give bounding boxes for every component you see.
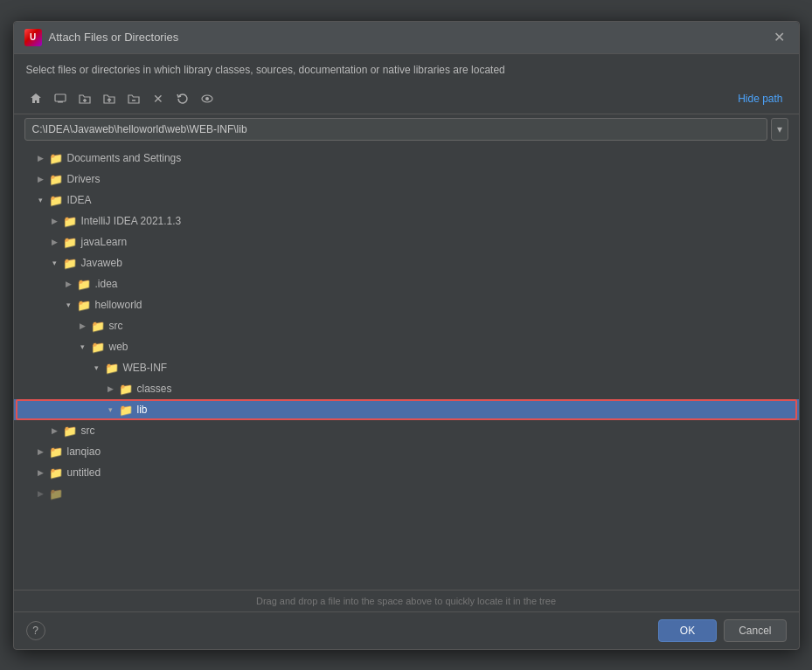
item-label: classes: [137, 383, 172, 395]
tree-container: ▶ 📁 Documents and Settings ▶ 📁 Drivers ▾…: [14, 144, 799, 589]
folder-up-button[interactable]: [98, 87, 121, 110]
toolbar: ✕ Hide path: [14, 84, 799, 114]
item-label: lanqiao: [67, 446, 101, 458]
svg-rect-0: [55, 94, 66, 101]
dialog-title: Attach Files or Directories: [49, 31, 179, 44]
folder-icon: 📁: [49, 194, 63, 207]
item-label: .idea: [95, 278, 118, 290]
folder-icon: 📁: [105, 362, 119, 375]
new-folder-button[interactable]: [73, 87, 96, 110]
expand-arrow: ▶: [63, 280, 75, 288]
app-icon: U: [24, 29, 42, 46]
tree-item[interactable]: ▾ 📁 web: [14, 336, 799, 357]
folder-icon: 📁: [119, 383, 133, 396]
tree-item-lib[interactable]: ▾ 📁 lib: [14, 399, 799, 420]
expand-arrow: ▾: [105, 405, 117, 414]
expand-arrow: ▶: [35, 447, 47, 456]
item-label: lib: [137, 404, 148, 416]
folder-icon: 📁: [63, 257, 77, 270]
item-label: javaLearn: [81, 236, 128, 248]
expand-arrow: ▶: [35, 489, 47, 498]
description-text: Select files or directories in which lib…: [14, 54, 799, 85]
item-label: untitled: [67, 466, 101, 479]
folder-icon: 📁: [49, 173, 63, 186]
expand-arrow: ▾: [63, 300, 75, 309]
item-label: web: [109, 341, 128, 353]
selected-row-wrapper: ▾ 📁 lib: [14, 399, 799, 420]
tree-item[interactable]: ▶ 📁 src: [14, 315, 799, 336]
tree-item[interactable]: ▶ 📁 .idea: [14, 273, 799, 294]
tree-item[interactable]: ▶ 📁 lanqiao: [14, 441, 799, 462]
item-label: src: [109, 320, 123, 332]
path-dropdown-button[interactable]: ▾: [771, 118, 788, 141]
tree-item[interactable]: ▾ 📁 IDEA: [14, 190, 799, 211]
path-input[interactable]: [24, 118, 767, 141]
item-label: Documents and Settings: [67, 152, 182, 164]
expand-arrow: ▶: [49, 426, 61, 435]
hide-path-button[interactable]: Hide path: [732, 89, 788, 108]
expand-arrow: ▶: [77, 321, 89, 330]
expand-arrow: ▶: [49, 238, 61, 246]
folder-icon: 📁: [119, 404, 133, 417]
folder-icon: 📁: [91, 320, 105, 333]
tree-item[interactable]: ▾ 📁 WEB-INF: [14, 357, 799, 378]
item-label: WEB-INF: [123, 362, 168, 374]
home-button[interactable]: [24, 87, 47, 110]
expand-arrow: ▶: [35, 468, 47, 477]
tree-item[interactable]: ▾ 📁 Javaweb: [14, 252, 799, 273]
title-bar-left: U Attach Files or Directories: [24, 29, 179, 46]
tree-item[interactable]: ▶ 📁 untitled: [14, 462, 799, 483]
desktop-button[interactable]: [49, 87, 72, 110]
item-label: Drivers: [67, 173, 101, 185]
folder-icon: 📁: [49, 446, 63, 459]
tree-item[interactable]: ▶ 📁 Documents and Settings: [14, 148, 799, 169]
tree-item[interactable]: ▶ 📁 classes: [14, 378, 799, 399]
folder-icon: 📁: [49, 466, 63, 480]
item-label: src: [81, 425, 95, 437]
folder-nav-button[interactable]: [122, 87, 145, 110]
expand-arrow: ▾: [77, 342, 89, 351]
item-label: IntelliJ IDEA 2021.1.3: [81, 215, 182, 227]
footer-buttons: OK Cancel: [658, 619, 787, 642]
expand-arrow: ▶: [35, 175, 47, 183]
svg-rect-1: [58, 101, 63, 103]
dialog-window: U Attach Files or Directories ✕ Select f…: [13, 21, 800, 650]
cancel-button[interactable]: Cancel: [724, 619, 786, 642]
path-bar: ▾: [24, 118, 788, 141]
delete-button[interactable]: ✕: [147, 87, 170, 110]
item-label: helloworld: [95, 299, 142, 311]
item-label: IDEA: [67, 194, 92, 206]
folder-icon: 📁: [49, 487, 63, 501]
tree-item[interactable]: ▶ 📁 src: [14, 420, 799, 441]
folder-icon: 📁: [91, 341, 105, 354]
folder-icon: 📁: [63, 425, 77, 438]
folder-icon: 📁: [63, 236, 77, 249]
title-bar: U Attach Files or Directories ✕: [14, 22, 799, 54]
expand-arrow: ▾: [49, 259, 61, 267]
expand-arrow: ▶: [35, 154, 47, 162]
folder-icon: 📁: [63, 215, 77, 228]
svg-point-6: [205, 97, 209, 100]
tree-item[interactable]: ▾ 📁 helloworld: [14, 294, 799, 315]
ok-button[interactable]: OK: [658, 619, 717, 642]
folder-icon: 📁: [77, 278, 91, 291]
expand-arrow: ▾: [35, 196, 47, 204]
file-tree: ▶ 📁 Documents and Settings ▶ 📁 Drivers ▾…: [14, 144, 799, 589]
tree-item[interactable]: ▶ 📁: [14, 483, 799, 504]
refresh-button[interactable]: [171, 87, 194, 110]
folder-icon: 📁: [77, 299, 91, 312]
tree-item[interactable]: ▶ 📁 Drivers: [14, 169, 799, 190]
tree-item[interactable]: ▶ 📁 IntelliJ IDEA 2021.1.3: [14, 211, 799, 231]
expand-arrow: ▾: [91, 363, 103, 372]
drag-hint: Drag and drop a file into the space abov…: [14, 590, 799, 611]
item-label: Javaweb: [81, 257, 122, 269]
close-button[interactable]: ✕: [770, 29, 788, 46]
help-button[interactable]: ?: [26, 621, 45, 640]
expand-arrow: ▶: [105, 384, 117, 393]
folder-icon: 📁: [49, 152, 63, 165]
show-hidden-button[interactable]: [196, 87, 219, 110]
tree-item[interactable]: ▶ 📁 javaLearn: [14, 231, 799, 252]
footer: ? OK Cancel: [14, 611, 799, 649]
expand-arrow: ▶: [49, 217, 61, 225]
